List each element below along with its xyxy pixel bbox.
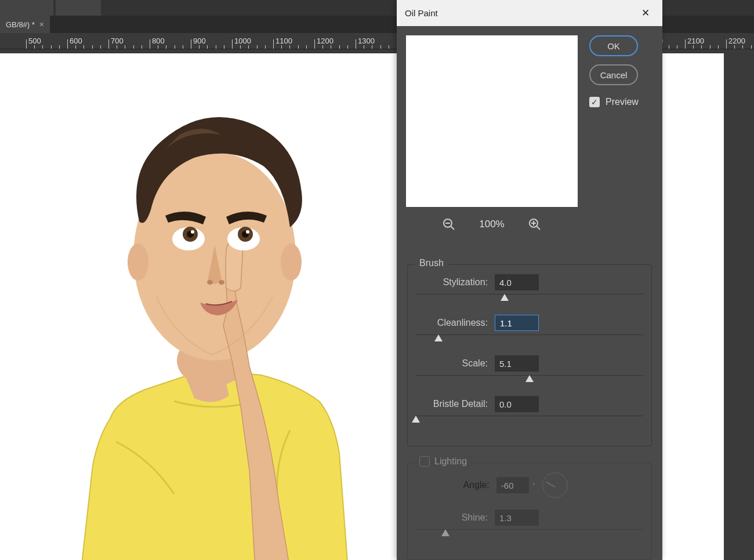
svg-point-12 [128, 243, 148, 281]
ruler-label: 2100 [687, 37, 704, 45]
lighting-legend[interactable]: Lighting [415, 456, 472, 467]
ruler-label: 800 [152, 37, 165, 45]
dialog-title-text: Oil Paint [405, 8, 438, 18]
scale-label: Scale: [462, 358, 488, 369]
scale-input[interactable] [495, 355, 539, 372]
slider-thumb-icon[interactable] [434, 334, 443, 341]
ruler-label: 1200 [317, 37, 334, 45]
slider-thumb-icon[interactable] [525, 375, 534, 382]
ruler-label: 900 [193, 37, 206, 45]
svg-point-10 [207, 280, 213, 285]
lighting-legend-label: Lighting [434, 456, 467, 467]
document-tab[interactable]: GB/8#) * × [0, 16, 50, 33]
cancel-button[interactable]: Cancel [589, 64, 638, 85]
zoom-controls: 100% [406, 217, 578, 231]
cleanliness-label: Cleanliness: [437, 318, 488, 328]
ruler-label: 500 [28, 37, 41, 45]
stylization-label: Stylization: [443, 277, 488, 288]
cancel-button-label: Cancel [600, 70, 628, 80]
preview-thumbnail[interactable] [406, 35, 578, 207]
bristle-detail-label: Bristle Detail: [433, 399, 488, 409]
slider-thumb-icon[interactable] [412, 416, 420, 423]
angle-input[interactable] [496, 477, 529, 493]
svg-point-9 [246, 230, 249, 234]
ruler-label: 2200 [728, 37, 745, 45]
zoom-level[interactable]: 100% [479, 219, 504, 230]
degree-symbol: ° [532, 481, 535, 490]
tab-button[interactable] [0, 0, 53, 16]
document-tab-label: GB/8#) * [6, 20, 35, 29]
stylization-input[interactable] [495, 274, 539, 290]
ok-button-label: OK [607, 41, 620, 51]
cleanliness-slider[interactable] [416, 334, 643, 346]
artwork-person [70, 94, 360, 560]
zoom-out-icon[interactable] [442, 217, 456, 231]
scale-slider[interactable] [416, 375, 643, 387]
svg-point-8 [191, 230, 194, 234]
svg-line-18 [536, 226, 540, 230]
preview-checkbox-label: Preview [606, 97, 639, 107]
cleanliness-input[interactable] [495, 315, 539, 331]
ruler-label: 1300 [358, 37, 375, 45]
slider-thumb-icon[interactable] [441, 529, 449, 536]
angle-label: Angle: [463, 480, 489, 490]
svg-line-15 [451, 226, 454, 230]
lighting-checkbox[interactable] [419, 456, 430, 467]
stylization-slider[interactable] [416, 294, 643, 306]
shine-label: Shine: [462, 512, 488, 523]
ruler-label: 1100 [276, 37, 292, 45]
oil-paint-dialog: Oil Paint ✕ 100% [397, 0, 662, 560]
svg-point-11 [219, 280, 224, 285]
shine-input[interactable] [495, 510, 539, 526]
zoom-in-icon[interactable] [528, 217, 542, 231]
brush-group: Brush Stylization: Cleanliness: Scale: [407, 264, 652, 446]
dialog-titlebar[interactable]: Oil Paint ✕ [397, 0, 662, 26]
brush-legend: Brush [415, 258, 448, 268]
preview-checkbox[interactable]: ✓ Preview [589, 97, 653, 107]
close-icon[interactable]: × [39, 20, 44, 29]
ruler-label: 700 [111, 37, 124, 45]
tab-button[interactable] [56, 0, 101, 16]
shine-slider[interactable] [416, 529, 643, 541]
svg-point-13 [281, 243, 302, 281]
ruler-label: 1000 [234, 37, 251, 45]
check-icon: ✓ [589, 97, 600, 107]
slider-thumb-icon[interactable] [501, 294, 509, 301]
bristle-detail-slider[interactable] [416, 416, 643, 427]
angle-dial[interactable] [542, 472, 568, 498]
lighting-group: Lighting Angle: ° Shine: [407, 463, 652, 560]
close-icon[interactable]: ✕ [637, 5, 654, 21]
ruler-label: 600 [70, 37, 82, 45]
ok-button[interactable]: OK [589, 35, 638, 56]
bristle-detail-input[interactable] [495, 396, 539, 412]
